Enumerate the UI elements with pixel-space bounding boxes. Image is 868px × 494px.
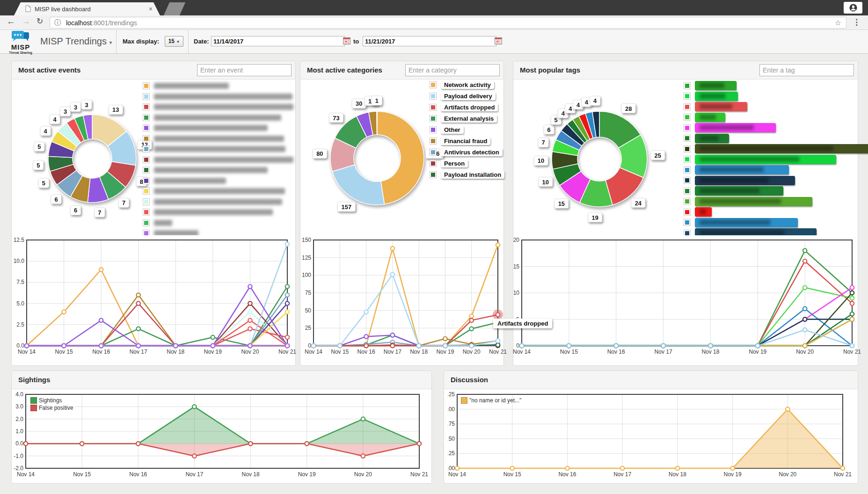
svg-text:2.5: 2.5 <box>16 321 24 328</box>
legend-swatch-icon <box>430 115 437 122</box>
svg-text:Nov 16: Nov 16 <box>607 349 625 355</box>
legend-swatch-icon <box>143 114 150 121</box>
svg-text:Nov 17: Nov 17 <box>655 349 672 355</box>
chevron-down-icon: ▾ <box>109 39 112 46</box>
svg-text:1.25: 1.25 <box>448 392 455 398</box>
legend-label: Financial fraud <box>441 137 490 145</box>
app-title-dropdown[interactable]: MISP Trendings ▾ <box>40 36 112 47</box>
events-donut-chart[interactable]: 13128776655544333 <box>12 79 161 243</box>
page-info-icon[interactable]: ⓘ <box>54 19 61 27</box>
legend-item <box>684 186 868 196</box>
svg-text:Nov 16: Nov 16 <box>357 349 375 355</box>
svg-text:5.0: 5.0 <box>16 300 24 307</box>
reload-icon[interactable]: ↻ <box>36 16 43 26</box>
tag-pill <box>695 155 836 164</box>
panel-most-active-events: Most active events 13128776655544333 Nov… <box>11 61 296 366</box>
tag-search-input[interactable] <box>759 64 854 76</box>
legend-label: "no name or id yet..." <box>469 397 521 404</box>
address-bar[interactable]: ⓘ localhost:8001/trendings ☆ <box>50 17 846 29</box>
sightings-chart[interactable]: Nov 14Nov 15Nov 16Nov 17Nov 18Nov 19Nov … <box>12 392 431 481</box>
panel-title: Sightings <box>18 376 50 384</box>
redacted-text <box>700 157 799 162</box>
events-legend <box>143 82 293 240</box>
svg-text:1.00: 1.00 <box>448 406 455 413</box>
legend-swatch-icon <box>143 177 150 184</box>
svg-text:Nov 20: Nov 20 <box>241 349 259 355</box>
svg-text:Nov 17: Nov 17 <box>613 471 631 478</box>
svg-text:3: 3 <box>64 108 67 115</box>
legend-item <box>143 177 293 185</box>
svg-text:Nov 17: Nov 17 <box>384 349 401 355</box>
tag-pill <box>695 176 795 185</box>
misp-brand-text: MISP <box>7 43 35 51</box>
svg-text:7: 7 <box>542 139 545 146</box>
discussion-chart[interactable]: Nov 14Nov 15Nov 16Nov 17Nov 18Nov 19Nov … <box>448 392 854 481</box>
svg-text:0.0: 0.0 <box>15 440 23 447</box>
back-icon[interactable]: ← <box>7 16 15 27</box>
panel-most-popular-tags: Most popular tags 2825241915101076544444… <box>513 61 858 366</box>
misp-logo[interactable]: MISP Threat Sharing <box>7 31 35 54</box>
legend-label: False positive <box>39 405 73 411</box>
profile-avatar-button[interactable] <box>844 2 862 14</box>
new-tab-button[interactable] <box>164 2 185 15</box>
svg-text:15: 15 <box>558 200 565 207</box>
calendar-icon[interactable] <box>495 37 502 44</box>
legend-item: Payload installation <box>430 171 504 178</box>
browser-menu-icon[interactable]: ⋮ <box>853 17 861 27</box>
legend-item <box>143 156 293 164</box>
svg-text:0.0: 0.0 <box>16 342 24 349</box>
legend-label: Artifacts dropped <box>441 103 498 111</box>
legend-swatch-icon <box>143 124 150 131</box>
tags-line-chart[interactable]: Nov 14Nov 15Nov 16Nov 17Nov 18Nov 19Nov … <box>513 235 858 361</box>
max-display-select[interactable]: 15 ▼ <box>165 36 183 47</box>
legend-swatch-icon <box>461 397 467 404</box>
svg-text:Nov 20: Nov 20 <box>463 349 481 355</box>
legend-swatch-icon <box>684 114 691 121</box>
svg-text:73: 73 <box>333 115 339 122</box>
svg-text:Nov 19: Nov 19 <box>204 349 222 355</box>
date-to-input[interactable] <box>363 36 496 46</box>
url-path: :8001/trendings <box>92 19 137 27</box>
redacted-text <box>700 178 768 183</box>
svg-text:0.50: 0.50 <box>448 436 455 442</box>
category-search-input[interactable] <box>405 64 500 76</box>
panel-discussion: Discussion Nov 14Nov 15Nov 16Nov 17Nov 1… <box>444 370 858 484</box>
panel-most-active-categories: Most active categories 326157807330191 N… <box>300 61 504 366</box>
legend-swatch-icon <box>430 149 437 156</box>
forward-icon[interactable]: → <box>22 16 30 27</box>
legend-swatch-icon <box>684 209 691 216</box>
svg-text:-2.0: -2.0 <box>14 465 23 472</box>
legend-item: Person <box>430 160 504 167</box>
tags-donut-chart[interactable]: 2825241915101076544444 <box>513 79 691 243</box>
legend-item <box>143 145 293 153</box>
calendar-icon[interactable] <box>343 37 350 44</box>
date-from-input[interactable] <box>211 36 345 46</box>
svg-text:Nov 19: Nov 19 <box>436 349 454 355</box>
legend-item <box>143 219 293 227</box>
tag-pill <box>695 102 747 111</box>
svg-text:150: 150 <box>302 237 311 243</box>
panel-title: Most active events <box>18 66 80 74</box>
svg-text:Nov 21: Nov 21 <box>410 471 428 478</box>
svg-text:Nov 20: Nov 20 <box>354 471 372 478</box>
svg-text:10: 10 <box>542 179 549 186</box>
browser-tab[interactable]: MISP live dashboard × <box>14 2 160 15</box>
legend-item <box>684 134 868 143</box>
event-search-input[interactable] <box>197 64 292 76</box>
bookmark-star-icon[interactable]: ☆ <box>835 18 841 27</box>
redacted-text <box>154 199 282 205</box>
svg-text:10: 10 <box>513 290 520 296</box>
redacted-text <box>700 220 770 225</box>
categories-donut-chart[interactable]: 326157807330191 <box>300 79 450 243</box>
date-to-label: to <box>353 38 359 45</box>
svg-text:125: 125 <box>302 254 311 261</box>
categories-line-chart[interactable]: Nov 14Nov 15Nov 16Nov 17Nov 18Nov 19Nov … <box>300 235 503 361</box>
legend-swatch-icon <box>143 156 150 163</box>
svg-text:-1.0: -1.0 <box>14 453 23 459</box>
redacted-text <box>700 115 716 120</box>
panel-title: Most active categories <box>307 66 382 74</box>
legend-label: Other <box>441 126 464 134</box>
tab-close-icon[interactable]: × <box>149 5 153 13</box>
events-line-chart[interactable]: Nov 14Nov 15Nov 16Nov 17Nov 18Nov 19Nov … <box>12 235 295 361</box>
svg-text:Nov 21: Nov 21 <box>278 349 296 355</box>
